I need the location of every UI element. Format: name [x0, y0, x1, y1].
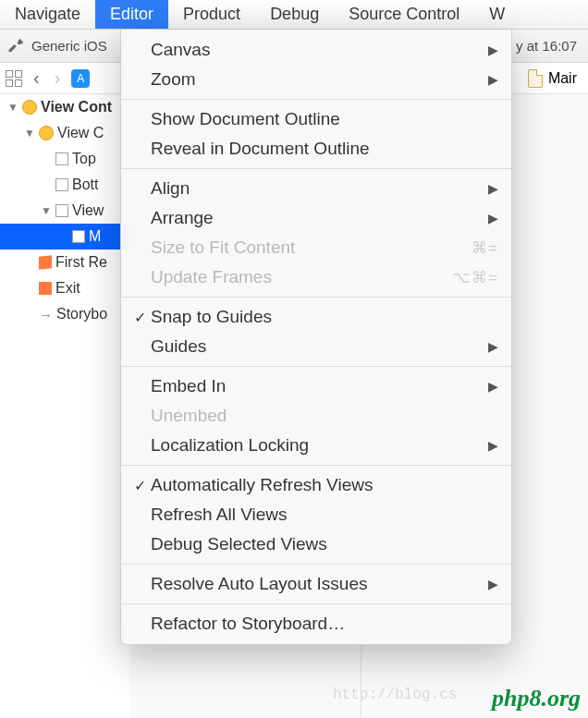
submenu-arrow-icon: ▶ [488, 438, 498, 453]
assistant-doc[interactable]: Mair [528, 69, 582, 88]
menu-item-label: Zoom [151, 69, 488, 90]
outline-row[interactable]: M [0, 224, 129, 249]
menu-item-label: Refresh All Views [151, 505, 498, 525]
outline-label: View C [57, 125, 104, 141]
menu-item[interactable]: ✓Automatically Refresh Views [121, 470, 511, 500]
outline-row[interactable]: ▼View [0, 198, 129, 224]
watermark-site: php8.org [492, 685, 581, 712]
outline-label: Storybo [56, 306, 107, 322]
submenu-arrow-icon: ▶ [488, 72, 498, 87]
view-icon [72, 230, 85, 243]
submenu-arrow-icon: ▶ [488, 211, 498, 225]
menu-item: Size to Fit Content⌘= [121, 233, 511, 262]
disclosure-triangle-icon[interactable]: ▼ [7, 101, 18, 114]
menu-item[interactable]: Zoom▶ [121, 65, 511, 94]
menu-item[interactable]: Arrange▶ [121, 203, 511, 233]
menu-item-label: Embed In [151, 376, 488, 396]
checkmark-icon: ✓ [129, 477, 151, 494]
menu-item[interactable]: Resolve Auto Layout Issues▶ [121, 569, 511, 599]
disclosure-triangle-icon[interactable]: ▼ [41, 204, 52, 217]
menu-item[interactable]: Refactor to Storyboard… [121, 609, 511, 639]
outline-label: View Cont [41, 99, 112, 116]
menu-item[interactable]: Localization Locking▶ [121, 431, 511, 460]
scheme-label[interactable]: Generic iOS [31, 38, 107, 54]
outline-label: View [72, 202, 104, 219]
nav-back-icon[interactable]: ‹ [30, 67, 43, 89]
menu-item: Unembed [121, 401, 511, 431]
submenu-arrow-icon: ▶ [488, 339, 498, 354]
first-responder-icon [39, 255, 52, 269]
scene-icon [22, 100, 37, 115]
outline-label: Bott [72, 176, 98, 193]
menu-editor[interactable]: Editor [95, 0, 168, 29]
menu-item-label: Align [151, 178, 488, 199]
menu-item[interactable]: Embed In▶ [121, 371, 511, 401]
menu-item[interactable]: Debug Selected Views [121, 529, 511, 559]
menu-item: Update Frames⌥⌘= [121, 262, 511, 292]
segue-arrow-icon: → [39, 307, 53, 322]
menu-item[interactable]: Canvas▶ [121, 35, 511, 65]
menu-item-label: Localization Locking [151, 435, 488, 456]
menu-item-label: Resolve Auto Layout Issues [151, 574, 488, 594]
menu-item[interactable]: Guides▶ [121, 332, 511, 361]
view-icon [55, 204, 68, 217]
outline-row[interactable]: →Storybo [0, 301, 129, 327]
menu-item-label: Canvas [151, 40, 488, 60]
outline-row[interactable]: ▼View Cont [0, 94, 129, 120]
menu-item-label: Show Document Outline [151, 109, 498, 129]
disclosure-triangle-icon[interactable]: ▼ [24, 127, 35, 140]
menu-item-label: Automatically Refresh Views [151, 475, 498, 495]
menu-separator [121, 99, 511, 100]
menu-separator [121, 465, 511, 466]
outline-row[interactable]: Top [0, 146, 129, 172]
submenu-arrow-icon: ▶ [488, 379, 498, 394]
menu-separator [121, 564, 511, 565]
exit-icon [39, 282, 52, 295]
outline-label: Exit [55, 280, 80, 297]
menu-item[interactable]: Align▶ [121, 174, 511, 203]
outline-label: M [89, 228, 101, 245]
outline-row[interactable]: Exit [0, 275, 129, 301]
menu-debug[interactable]: Debug [255, 0, 334, 29]
submenu-arrow-icon: ▶ [488, 577, 498, 591]
view-icon [55, 152, 68, 165]
menu-product[interactable]: Product [168, 0, 255, 29]
outline-label: Top [72, 151, 96, 167]
menu-source-control[interactable]: Source Control [334, 0, 474, 29]
menu-item-label: Reveal in Document Outline [151, 139, 498, 159]
menu-item-label: Guides [151, 336, 488, 357]
menubar: Navigate Editor Product Debug Source Con… [0, 0, 588, 30]
submenu-arrow-icon: ▶ [488, 181, 498, 196]
related-items-icon[interactable] [6, 70, 22, 87]
menu-item[interactable]: Reveal in Document Outline [121, 134, 511, 164]
outline-label: First Re [55, 254, 107, 271]
menu-separator [121, 366, 511, 367]
storyboard-file-icon [528, 69, 543, 88]
checkmark-icon: ✓ [129, 309, 151, 326]
menu-item[interactable]: ✓Snap to Guides [121, 302, 511, 332]
menu-item-label: Size to Fit Content [151, 237, 472, 258]
hammer-icon [7, 36, 24, 55]
menu-item-label: Snap to Guides [151, 307, 498, 327]
status-text: y at 16:07 [516, 38, 581, 54]
scene-icon [39, 126, 54, 140]
submenu-arrow-icon: ▶ [488, 43, 498, 57]
menu-separator [121, 603, 511, 604]
menu-item-label: Debug Selected Views [151, 534, 498, 554]
menu-item[interactable]: Show Document Outline [121, 104, 511, 134]
menu-item-label: Unembed [151, 406, 498, 426]
document-outline: ▼View Cont▼View CTopBott▼ViewMFirst ReEx… [0, 94, 129, 718]
appstore-icon[interactable]: A [71, 69, 90, 88]
nav-forward-icon: › [51, 67, 65, 89]
editor-menu-dropdown: Canvas▶Zoom▶Show Document OutlineReveal … [120, 30, 512, 645]
menu-shortcut: ⌘= [472, 238, 498, 258]
outline-row[interactable]: ▼View C [0, 120, 129, 146]
menu-shortcut: ⌥⌘= [452, 268, 498, 287]
menu-item-label: Update Frames [151, 267, 452, 287]
outline-row[interactable]: Bott [0, 172, 129, 198]
menu-item[interactable]: Refresh All Views [121, 500, 511, 529]
menu-separator [121, 168, 511, 169]
menu-navigate[interactable]: Navigate [0, 0, 95, 29]
outline-row[interactable]: First Re [0, 249, 129, 275]
menu-window-cut[interactable]: W [474, 0, 510, 29]
